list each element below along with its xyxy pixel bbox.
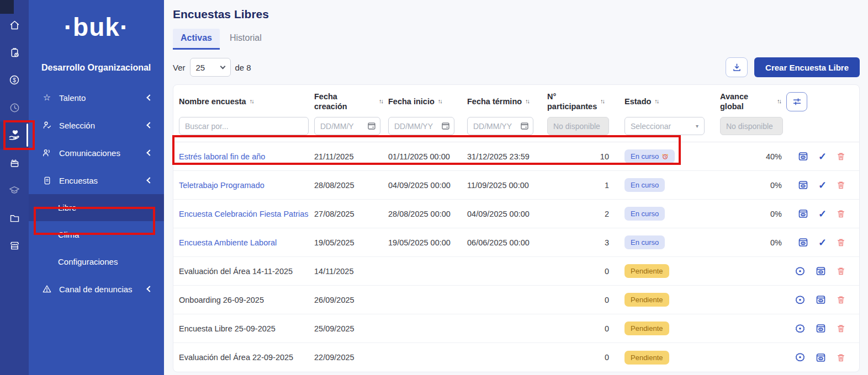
table-row[interactable]: Teletrabajo Programado 28/08/2025 04/09/…: [173, 171, 859, 200]
tab-historial[interactable]: Historial: [222, 29, 269, 50]
sort-icon[interactable]: ↑↓: [250, 98, 253, 105]
calendar-icon: [367, 121, 377, 131]
survey-name-text: Encuesta Libre 25-09-2025: [173, 324, 314, 333]
delete-trash-button[interactable]: [836, 352, 846, 363]
delete-trash-button[interactable]: [836, 180, 846, 190]
clipboard-clock-icon[interactable]: [0, 39, 29, 66]
sidebar-item-comunicaciones[interactable]: Comunicaciones: [29, 139, 164, 167]
preview-eye-button[interactable]: [815, 294, 827, 306]
status-badge: Pendiente: [624, 351, 669, 365]
table-row[interactable]: Encuesta Libre 25-09-2025 25/09/2025 0 P…: [173, 314, 859, 343]
table-row[interactable]: Encuesta Celebración Fiesta Patrias 27/0…: [173, 200, 859, 228]
status-badge: En curso: [624, 207, 665, 221]
preview-eye-button[interactable]: [797, 208, 809, 219]
table-row[interactable]: Estrés laboral fin de año 21/11/2025 01/…: [173, 142, 859, 171]
download-button[interactable]: [726, 57, 748, 77]
approve-check-icon[interactable]: ✓: [818, 208, 827, 220]
settings-gear-button[interactable]: [795, 323, 806, 334]
sidebar-item-seleccion[interactable]: Selección: [29, 111, 164, 139]
avance-filter-disabled: [720, 117, 783, 135]
col-header-fecha-termino: Fecha término↑↓: [467, 97, 547, 106]
col-header-fecha-inicio: Fecha inicio↑↓: [388, 97, 467, 106]
sidebar-item-configuraciones[interactable]: Configuraciones: [29, 248, 164, 275]
delete-trash-button[interactable]: [836, 151, 846, 162]
chevron-left-icon: [146, 177, 152, 183]
icon-rail: $: [0, 0, 29, 375]
survey-name-link[interactable]: Teletrabajo Programado: [173, 181, 314, 190]
time-clock-icon[interactable]: [0, 94, 29, 121]
sort-icon[interactable]: ↑↓: [777, 98, 781, 105]
delete-trash-button[interactable]: [836, 323, 846, 334]
table-row[interactable]: Encuesta Ambiente Laboral 19/05/2025 19/…: [173, 228, 859, 257]
document-icon: [41, 176, 52, 185]
preview-eye-button[interactable]: [815, 323, 827, 334]
preview-eye-button[interactable]: [815, 352, 827, 363]
sort-icon[interactable]: ↑↓: [525, 98, 529, 105]
status-badge: Pendiente: [624, 264, 669, 278]
preview-eye-button[interactable]: [815, 265, 827, 277]
delete-trash-button[interactable]: [836, 208, 846, 219]
marketplace-storefront-icon[interactable]: [0, 232, 29, 259]
delete-trash-button[interactable]: [836, 237, 846, 248]
learning-graduation-icon[interactable]: [0, 176, 29, 204]
status-badge: En curso: [624, 178, 665, 192]
benefits-hand-heart-icon[interactable]: [0, 121, 29, 149]
sidebar-item-talento[interactable]: ☆ Talento: [29, 84, 164, 111]
avance-cell: 40%: [720, 152, 786, 161]
sidebar-item-libre[interactable]: Libre: [29, 194, 164, 221]
table-row[interactable]: Onboarding 26-09-2025 26/09/2025 0 Pendi…: [173, 286, 859, 314]
surveys-table: Nombre encuesta↑↓ Fecha creación↑↓ Fecha…: [173, 84, 860, 372]
home-icon[interactable]: [0, 11, 29, 39]
sort-icon[interactable]: ↑↓: [379, 98, 383, 105]
delete-trash-button[interactable]: [836, 266, 846, 276]
chevron-left-icon: [146, 94, 152, 100]
warning-triangle-icon: [41, 284, 52, 294]
app-window: $ ·buk· Desarrollo Organizaciona: [0, 0, 868, 375]
sidebar-item-encuestas[interactable]: Encuestas: [29, 167, 164, 194]
sidebar-item-canal-denuncias[interactable]: Canal de denuncias: [29, 275, 164, 303]
payroll-dollar-icon[interactable]: $: [0, 66, 29, 94]
alarm-clock-icon: [661, 153, 669, 160]
approve-check-icon[interactable]: ✓: [818, 179, 827, 191]
table-row[interactable]: Evaluación del Área 22-09-2025 22/09/202…: [173, 343, 859, 372]
delete-trash-button[interactable]: [836, 294, 846, 305]
sort-icon[interactable]: ↑↓: [600, 98, 604, 105]
col-header-nombre: Nombre encuesta↑↓: [173, 97, 314, 106]
status-badge: Pendiente: [624, 293, 669, 307]
tab-activas[interactable]: Activas: [173, 29, 220, 50]
module-title: Desarrollo Organizacional: [41, 63, 164, 73]
benefits-box-icon[interactable]: [0, 149, 29, 176]
approve-check-icon[interactable]: ✓: [818, 237, 827, 249]
person-check-icon: [41, 120, 52, 130]
sort-icon[interactable]: ↑↓: [438, 98, 442, 105]
settings-gear-button[interactable]: [795, 266, 806, 277]
calendar-icon: [520, 121, 530, 131]
sidebar-item-clima[interactable]: Clima: [29, 221, 164, 248]
documents-folder-icon[interactable]: [0, 204, 29, 232]
estado-filter-select[interactable]: Seleccionar▾: [624, 117, 705, 135]
preview-eye-button[interactable]: [797, 179, 809, 191]
chevron-down-icon: ▾: [696, 123, 698, 129]
svg-text:$: $: [13, 77, 16, 83]
chevron-left-icon: [146, 149, 152, 156]
table-row[interactable]: Evaluación del Área 14-11-2025 14/11/202…: [173, 257, 859, 286]
participantes-cell: 10: [547, 152, 624, 161]
preview-eye-button[interactable]: [797, 237, 809, 248]
survey-name-link[interactable]: Estrés laboral fin de año: [173, 152, 314, 161]
settings-gear-button[interactable]: [795, 352, 806, 363]
page-size-select[interactable]: 25: [190, 58, 231, 77]
settings-gear-button[interactable]: [795, 294, 806, 306]
search-input[interactable]: [179, 117, 309, 135]
pager-row: Ver 25 de 8 Crear Encuesta Libre: [173, 57, 860, 77]
sliders-icon: [792, 97, 802, 107]
column-settings-button[interactable]: [786, 92, 807, 111]
chevron-down-icon: [220, 64, 225, 69]
create-survey-button[interactable]: Crear Encuesta Libre: [754, 57, 860, 77]
survey-name-link[interactable]: Encuesta Celebración Fiesta Patrias: [173, 210, 314, 218]
survey-name-link[interactable]: Encuesta Ambiente Laboral: [173, 238, 314, 247]
download-icon: [732, 62, 742, 73]
approve-check-icon[interactable]: ✓: [818, 151, 827, 163]
preview-eye-button[interactable]: [797, 151, 809, 162]
sort-icon[interactable]: ↑↓: [654, 98, 658, 105]
estado-cell: En curso: [624, 149, 720, 163]
